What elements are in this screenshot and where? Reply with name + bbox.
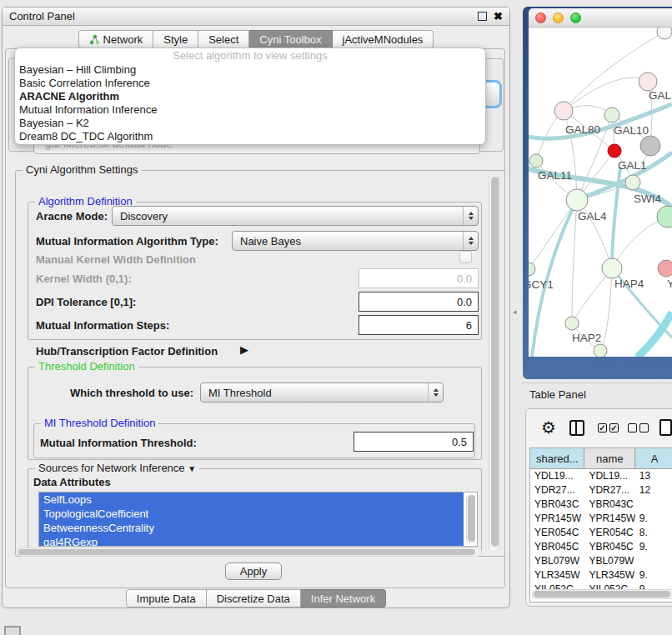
threshold-definition-title: Threshold Definition [35, 360, 138, 372]
attribute-list-item[interactable]: TopologicalCoefficient [39, 507, 464, 521]
algorithm-option[interactable]: Mutual Information Inference [15, 103, 485, 117]
table-cell: YER054C [530, 526, 584, 540]
network-node[interactable] [658, 260, 672, 277]
network-node-label: SWI4 [634, 192, 661, 205]
network-node[interactable] [602, 258, 622, 278]
sources-title: Sources for Network Inference ▼ [35, 462, 199, 474]
tab-jactivemnodules[interactable]: jActiveMNodules [333, 30, 434, 48]
mi-steps-input[interactable] [359, 315, 479, 335]
network-graph: GALGAL80GAL10GAL1GAL11SWI4GAL4GCY1HAP4YH… [529, 28, 672, 357]
network-edge[interactable] [572, 200, 577, 323]
minimized-panel-icon[interactable] [4, 626, 21, 635]
zoom-traffic-light-icon[interactable] [570, 12, 581, 23]
tab-infer-network[interactable]: Infer Network [301, 589, 386, 608]
table-row[interactable]: YBR045CYBR045C9. [530, 540, 672, 554]
attribute-table: shared...nameA YDL19...YDL19...13YDR27..… [529, 448, 672, 602]
network-window-frame: GALGAL80GAL10GAL1GAL11SWI4GAL4GCY1HAP4YH… [523, 7, 672, 379]
tab-select[interactable]: Select [198, 30, 249, 48]
table-cell: YBR045C [530, 540, 584, 554]
table-row[interactable]: YBL079WYBL079W [530, 554, 672, 568]
which-threshold-select[interactable]: MI Threshold [200, 382, 444, 402]
network-node-label: HAP2 [572, 332, 601, 344]
manual-kernel-checkbox[interactable] [459, 251, 472, 263]
network-node[interactable] [657, 206, 672, 228]
table-cell: YBR043C [584, 498, 634, 512]
table-row[interactable]: YDR27...YDR27...12 [530, 483, 672, 498]
control-panel-titlebar: Control Panel ✖ [3, 8, 509, 26]
network-canvas[interactable]: GALGAL80GAL10GAL1GAL11SWI4GAL4GCY1HAP4YH… [529, 28, 672, 357]
float-icon[interactable] [478, 12, 487, 21]
page-icon[interactable] [659, 419, 672, 436]
network-node[interactable] [594, 344, 607, 357]
mi-steps-label: Mutual Information Steps: [36, 319, 169, 332]
cyni-algorithm-settings-title: Cyni Algorithm Settings [23, 163, 141, 176]
network-node[interactable] [566, 189, 588, 211]
algorithm-option[interactable]: Bayesian – Hill Climbing [15, 63, 485, 77]
settings-vscrollbar-thumb[interactable] [491, 177, 499, 547]
table-cell: 9. [635, 568, 672, 582]
network-edge[interactable] [612, 217, 668, 268]
mi-threshold-input[interactable] [354, 432, 474, 452]
close-icon[interactable]: ✖ [494, 10, 503, 22]
network-edge[interactable] [564, 78, 648, 111]
tab-impute-data[interactable]: Impute Data [126, 589, 207, 608]
network-node[interactable] [529, 262, 535, 276]
network-node[interactable] [554, 102, 573, 120]
algorithm-option[interactable]: Dream8 DC_TDC Algorithm [15, 130, 485, 143]
minimize-traffic-light-icon[interactable] [553, 12, 564, 23]
data-attributes-list[interactable]: SelfLoopsTopologicalCoefficientBetweenne… [38, 492, 478, 547]
table-row[interactable]: YER054CYER054C8. [530, 526, 672, 540]
column-header[interactable]: name [584, 448, 634, 468]
tab-network[interactable]: Network [78, 30, 154, 48]
network-node[interactable] [639, 72, 657, 91]
network-node[interactable] [608, 144, 621, 158]
bottom-tabs: Impute Data Discretize Data Infer Networ… [2, 589, 510, 608]
dpi-tolerance-input[interactable] [359, 292, 479, 312]
network-node[interactable] [604, 108, 619, 122]
mi-algorithm-type-select[interactable]: Naive Bayes [232, 231, 479, 251]
network-node[interactable] [640, 136, 660, 156]
network-node-label: GAL80 [565, 123, 600, 136]
collapse-down-icon[interactable]: ▼ [188, 464, 196, 473]
attribute-list-item[interactable]: gal4RGexp [39, 535, 464, 547]
network-node[interactable] [529, 154, 543, 168]
close-traffic-light-icon[interactable] [535, 12, 546, 23]
screen: { "colors":{"accent_blue":"#2323dd","acc… [0, 0, 672, 635]
table-cell: YDR27... [584, 483, 634, 498]
attribute-list-item[interactable]: SelfLoops [39, 492, 464, 507]
table-cell: YPR145W [530, 512, 584, 526]
attribute-list-item[interactable]: BetweennessCentrality [39, 521, 464, 535]
table-hscrollbar-thumb[interactable] [534, 591, 670, 598]
checked-columns-icon[interactable]: ✓✓ [598, 423, 619, 432]
expand-right-icon[interactable]: ▶ [240, 343, 248, 356]
algorithm-option[interactable]: Bayesian – K2 [15, 117, 485, 130]
table-row[interactable]: YPR145WYPR145W9. [530, 512, 672, 526]
algorithm-options-list: Bayesian – Hill ClimbingBasic Correlatio… [15, 63, 485, 143]
table-cell: 13 [635, 469, 672, 483]
algorithm-option[interactable]: ARACNE Algorithm [15, 90, 485, 103]
gear-icon[interactable]: ⚙ [541, 419, 556, 436]
aracne-mode-select[interactable]: Discovery [112, 206, 479, 226]
data-attributes-label: Data Attributes [33, 476, 111, 488]
tab-style[interactable]: Style [153, 30, 198, 48]
attributes-scrollbar-thumb[interactable] [468, 495, 475, 542]
network-window-titlebar [529, 8, 672, 28]
network-node[interactable] [565, 317, 579, 330]
apply-button[interactable]: Apply [225, 562, 282, 580]
settings-hscrollbar-thumb[interactable] [18, 549, 475, 555]
kernel-width-input[interactable] [359, 268, 479, 288]
algorithm-option[interactable]: Basic Correlation Inference [15, 77, 485, 90]
table-row[interactable]: YDL19...YDL19...13 [530, 469, 672, 483]
split-columns-icon[interactable] [569, 420, 584, 436]
control-panel-tabs: Network Style Select Cyni Toolbox jActiv… [2, 30, 510, 48]
table-row[interactable]: YLR345WYLR345W9. [530, 568, 672, 582]
column-header[interactable]: shared... [530, 448, 584, 468]
network-node[interactable] [625, 175, 640, 190]
unchecked-columns-icon[interactable] [628, 423, 649, 432]
table-row[interactable]: YBR043CYBR043C [530, 498, 672, 512]
splitter-handle[interactable]: ◂ [513, 308, 517, 316]
column-header[interactable]: A [635, 448, 672, 468]
tab-discretize-data[interactable]: Discretize Data [207, 589, 301, 608]
network-node[interactable] [657, 28, 672, 39]
tab-cyni-toolbox[interactable]: Cyni Toolbox [249, 30, 332, 48]
